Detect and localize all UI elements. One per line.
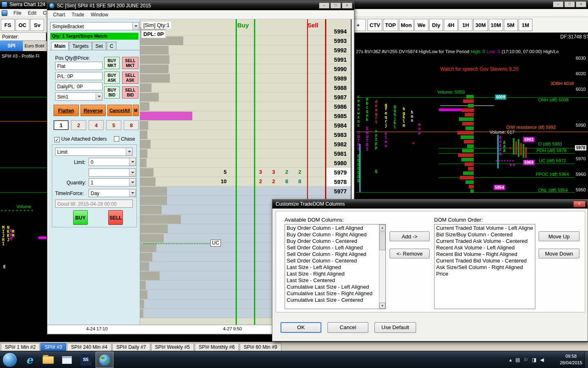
scroll-thumb[interactable]	[379, 231, 385, 250]
tray-icon[interactable]: ◨	[532, 357, 536, 363]
scroll-down-arrow[interactable]: ▼	[379, 303, 385, 309]
available-column-item[interactable]: Cumulative Last Size - Centered	[285, 297, 385, 303]
dom-ladder-row[interactable]: 53322	[140, 168, 326, 177]
timeframe-button[interactable]: 10M	[489, 19, 503, 31]
order-column-item[interactable]: Price	[435, 271, 535, 277]
available-column-item[interactable]: Buy Order Column - Right Aligned	[285, 231, 385, 238]
dom-titlebar[interactable]: SC [Sim] SPI# #1 SFE SPI 200 JUNE 2015 –…	[47, 1, 354, 10]
sell-bid-button[interactable]: SELL BID	[122, 86, 138, 99]
daily-pl-field[interactable]: DailyPL: 0P	[55, 82, 102, 90]
window-control-button[interactable]: □	[564, 1, 575, 7]
available-column-item[interactable]: Sell Order Column - Centered	[285, 258, 385, 264]
cancel-button[interactable]: Cancel	[327, 322, 368, 333]
tray-icon[interactable]: ⚐	[524, 357, 528, 363]
order-column-item[interactable]: Bid Size/Buy Column - Centered	[435, 231, 535, 238]
order-column-item[interactable]: Ask Size/Sell Column - Right Aligned	[435, 264, 535, 271]
tab-spi[interactable]: SPI	[0, 41, 23, 51]
timeframe-button[interactable]: CTV	[368, 19, 382, 31]
buy-ask-button[interactable]: BUY ASK	[104, 72, 120, 84]
timeframe-button[interactable]: We	[414, 19, 428, 31]
available-column-item[interactable]: Sell Order Column - Left Aligned	[285, 245, 385, 251]
order-column-item[interactable]: Recent Ask Volume - Left Aligned	[435, 245, 535, 251]
chase-checkbox[interactable]: Chase	[114, 136, 135, 142]
chart-tab[interactable]: SPI# Monthly #6	[195, 343, 239, 351]
dialog-close-button[interactable]: ×	[573, 201, 586, 207]
available-column-item[interactable]: Buy Order Column - Left Aligned	[285, 225, 385, 231]
use-attached-checkbox[interactable]: ✓Use Attached Orders	[54, 136, 107, 142]
panel-tab[interactable]: Targets	[69, 42, 91, 50]
good-till-field[interactable]: Good till: 2015-04-28 00:00	[55, 200, 133, 208]
taskbar-sierra-chart-button[interactable]	[96, 352, 114, 368]
chart-tab[interactable]: SPI# 1 Min #2	[1, 343, 40, 351]
tab-euro-bobl[interactable]: Euro Bobl	[23, 41, 47, 51]
dom-ladder-row[interactable]	[140, 111, 326, 121]
position-field[interactable]: Flat	[55, 62, 102, 70]
dom-ladder-row[interactable]	[140, 102, 326, 111]
qty-preset-button[interactable]: 1	[53, 120, 69, 130]
show-desktop-button[interactable]	[584, 351, 588, 368]
window-control-button[interactable]: ×	[576, 1, 586, 7]
tray-icon[interactable]: ▴	[509, 357, 512, 363]
taskbar-ie-button[interactable]: e	[20, 352, 38, 368]
reverse-button[interactable]: Reverse	[80, 105, 106, 116]
dom-ladder-row[interactable]	[140, 83, 326, 92]
taskbar-s5-button[interactable]: S5	[77, 352, 95, 368]
chart-tab[interactable]: SPI# 60 Min #9	[240, 343, 281, 351]
dom-price-cell[interactable]: 5989	[326, 74, 352, 83]
dom-menu-item[interactable]: Chart	[50, 11, 68, 18]
move-up-button[interactable]: Move Up	[539, 231, 579, 241]
dom-price-cell[interactable]: 5987	[326, 92, 352, 102]
timeframe-button[interactable]: TOP	[383, 19, 398, 31]
dom-ladder-row[interactable]	[140, 45, 326, 55]
cancel-all-button[interactable]: CancelAll	[107, 105, 132, 116]
dom-ladder-row[interactable]	[140, 139, 326, 149]
buy-bid-button[interactable]: BUY BID	[104, 86, 120, 99]
dom-window-control[interactable]: ×	[342, 2, 352, 9]
panel-tab[interactable]: C	[107, 42, 117, 50]
quantity-select[interactable]: 1	[89, 178, 136, 186]
timeframe-button[interactable]: 1M	[519, 19, 532, 31]
column-order-list[interactable]: Current Traded Total Volume - Left Align…	[434, 224, 535, 309]
dom-price-cell[interactable]: 5984	[326, 121, 352, 130]
order-column-item[interactable]: Current Traded Ask Volume - Centered	[435, 238, 535, 245]
dom-window-control[interactable]: –	[319, 2, 330, 9]
timeframe-button[interactable]: 5M	[504, 19, 518, 31]
order-column-item[interactable]: Recent Bid Volume - Right Aligned	[435, 251, 535, 258]
dom-price-cell[interactable]: 5979	[326, 168, 352, 177]
dom-price-cell[interactable]: 5992	[326, 45, 352, 55]
qty-preset-button[interactable]: 8	[124, 120, 139, 130]
add-button[interactable]: Add ->	[390, 231, 430, 241]
available-column-item[interactable]: Buy Order Column - Centered	[285, 238, 385, 245]
chart-tab[interactable]: SPI# Daily #7	[112, 343, 150, 351]
timeframe-button[interactable]: Dly	[429, 19, 443, 31]
tray-icon[interactable]: ◀	[540, 357, 544, 363]
dom-price-cell[interactable]: 5993	[326, 36, 352, 45]
dom-ladder-row[interactable]	[140, 149, 326, 158]
dom-price-cell[interactable]: 5980	[326, 158, 352, 168]
taskbar-window-button[interactable]	[58, 352, 76, 368]
dom-price-cell[interactable]: 5983	[326, 130, 352, 139]
dom-price-cell[interactable]: 5990	[326, 64, 352, 74]
sell-ask-button[interactable]: SELL ASK	[122, 72, 138, 84]
qty-preset-button[interactable]: 4	[89, 120, 104, 130]
taskbar-clock[interactable]: 09:58 28/04/2015	[560, 353, 582, 366]
toolbar-button[interactable]: FS	[1, 19, 15, 31]
available-column-item[interactable]: Last Size - Right Aligned	[285, 271, 385, 277]
bracket-select[interactable]: SimpleBracket	[50, 22, 139, 30]
toolbar-button[interactable]: Sv	[30, 19, 44, 31]
tray-icon[interactable]: ▤	[515, 357, 520, 363]
pl-field[interactable]: P/L: 0P	[55, 72, 102, 80]
chart-tab[interactable]: SPI# 240 Min #4	[67, 343, 111, 351]
menu-item[interactable]: Edit	[24, 9, 40, 17]
tif-select[interactable]: Day	[89, 189, 136, 197]
timeframe-button[interactable]: 1H	[459, 19, 472, 31]
window-control-button[interactable]: –	[553, 1, 564, 7]
dialog-titlebar[interactable]: Customize TradeDOM Columns	[272, 200, 588, 209]
buy-mkt-button[interactable]: BUY MKT	[104, 57, 120, 69]
remove-button[interactable]: <- Remove	[390, 249, 430, 258]
sell-mkt-button[interactable]: SELL MKT	[122, 57, 138, 69]
dom-ladder-row[interactable]	[140, 74, 326, 83]
start-button[interactable]	[2, 352, 17, 367]
list-scrollbar[interactable]: ▲ ▼	[379, 224, 385, 309]
dom-price-cell[interactable]: 5978	[326, 177, 352, 186]
